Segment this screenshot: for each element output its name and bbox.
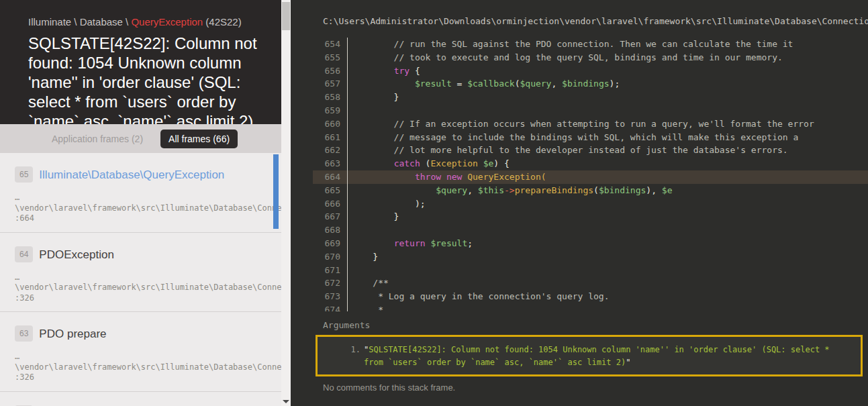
code-line: 663 catch (Exception $e) {: [313, 157, 868, 170]
code-token: (: [420, 158, 431, 168]
frame-title: PDO prepare: [39, 327, 106, 340]
code-token: // run the SQL against the PDO connectio…: [352, 39, 793, 49]
code-token: // message to include the bindings with …: [352, 132, 798, 142]
code-token: ->: [504, 185, 515, 195]
scrollbar-thumb[interactable]: [282, 2, 290, 30]
frame-head: 65Illuminate\Database\QueryException: [15, 166, 272, 183]
line-number: 669: [313, 237, 348, 250]
code-token: // If an exception occurs when attemptin…: [352, 119, 814, 129]
code-line: 662 // lot more helpful to the developer…: [313, 144, 868, 157]
code-token: );: [610, 79, 620, 89]
code-token: $query: [436, 185, 467, 195]
line-number: 664: [313, 170, 348, 184]
code-token: $e: [483, 158, 494, 168]
code-token: throw: [415, 172, 441, 182]
argument-token: SQLSTATE[42S22]: Column not found: 1054 …: [364, 345, 834, 367]
code-line: 660 // If an exception occurs when attem…: [313, 117, 868, 131]
exception-code: (42S22): [205, 16, 241, 28]
exception-breadcrumb: Illuminate \ Database \ QueryException (…: [28, 16, 261, 28]
code-token: {: [409, 66, 420, 76]
path-text: \vendor\laravel\framework\src\Illuminate…: [15, 362, 281, 373]
argument-index: 1.: [347, 344, 360, 369]
code-line: 656 try {: [313, 64, 868, 78]
no-comments-text: No comments for this stack frame.: [323, 383, 868, 393]
code-token: (: [593, 185, 599, 195]
code-token: /**: [352, 278, 389, 288]
frame-file-path: …\vendor\laravel\framework\src\Illuminat…: [15, 272, 272, 304]
line-code: }: [348, 210, 868, 223]
code-token: prepareBindings: [515, 185, 593, 195]
frames-scrollbar[interactable]: [281, 0, 291, 406]
path-text: \vendor\laravel\framework\src\Illuminate…: [15, 283, 281, 293]
line-number: 674: [313, 303, 348, 311]
code-token: * Log a query in the connection's query …: [352, 291, 610, 301]
path-line-number: :664: [15, 213, 272, 224]
tab-application-frames[interactable]: Application frames (2): [44, 130, 151, 148]
stack-frame[interactable]: 65Illuminate\Database\QueryException…\ve…: [0, 153, 281, 233]
line-code: try {: [348, 64, 868, 78]
line-number: 655: [313, 51, 348, 64]
stack-frame[interactable]: 63PDO prepare…\vendor\laravel\framework\…: [0, 312, 281, 392]
code-line: 659: [313, 104, 868, 117]
line-number: 670: [313, 250, 348, 264]
code-token: [352, 185, 436, 195]
active-frame-indicator: [273, 154, 279, 229]
code-token: Exception: [430, 158, 477, 168]
code-line: 673 * Log a query in the connection's qu…: [313, 290, 868, 303]
scrollbar-down-arrow-icon[interactable]: [283, 400, 289, 403]
code-line: 661 // message to include the bindings w…: [313, 131, 868, 144]
line-code: catch (Exception $e) {: [348, 157, 868, 170]
path-line-number: :326: [15, 293, 272, 304]
exception-namespace: Illuminate \ Database \: [28, 16, 128, 28]
line-number: 666: [313, 197, 348, 211]
path-ellipsis: …: [15, 193, 272, 203]
line-code: * Log a query in the connection's query …: [348, 290, 868, 303]
code-token: ) {: [493, 158, 509, 168]
code-view: 654 // run the SQL against the PDO conne…: [313, 38, 868, 311]
line-number: 656: [313, 64, 348, 78]
frame-title: PDOException: [39, 248, 114, 261]
frame-file-path: …\vendor\laravel\framework\src\Illuminat…: [15, 193, 272, 224]
code-token: ;: [467, 238, 473, 248]
frame-number: 65: [15, 166, 33, 183]
stack-frames-panel: Illuminate \ Database \ QueryException (…: [0, 0, 281, 406]
line-code: [348, 223, 868, 237]
line-code: // message to include the bindings with …: [348, 131, 868, 144]
line-number: 657: [313, 77, 348, 91]
code-line: 664 throw new QueryException(: [313, 170, 868, 184]
line-number: 659: [313, 104, 348, 117]
exception-header: Illuminate \ Database \ QueryException (…: [0, 0, 281, 124]
code-token: $e: [662, 185, 673, 195]
code-token: try: [394, 66, 409, 76]
code-token: [352, 158, 394, 168]
code-token: // lot more helpful to the developer ins…: [352, 145, 788, 155]
code-line: 670 }: [313, 250, 868, 264]
code-token: catch: [394, 158, 420, 168]
code-token: [352, 79, 415, 89]
code-line: 668: [313, 223, 868, 237]
line-code: [348, 264, 868, 277]
code-token: [478, 158, 483, 168]
code-line: 667 }: [313, 210, 868, 223]
tab-all-frames[interactable]: All frames (66): [160, 130, 238, 148]
exception-class: QueryException: [131, 16, 203, 28]
code-token: [352, 66, 394, 76]
line-code: $query, $this->prepareBindings($bindings…: [348, 184, 868, 197]
line-number: 660: [313, 117, 348, 131]
code-token: [352, 238, 394, 248]
line-code: // lot more helpful to the developer ins…: [348, 144, 868, 157]
argument-token: ": [626, 358, 630, 367]
code-token: $this: [478, 185, 504, 195]
code-line: 672 /**: [313, 276, 868, 290]
stack-frame[interactable]: 62Illuminate\Database\Connection Illumin…: [0, 392, 281, 406]
code-token: ),: [646, 185, 661, 195]
code-token: new: [446, 172, 462, 182]
line-code: // run the SQL against the PDO connectio…: [348, 38, 868, 51]
frame-file-path: …\vendor\laravel\framework\src\Illuminat…: [15, 352, 272, 383]
line-code: // took to execute and log the query SQL…: [348, 51, 868, 64]
line-code: return $result;: [348, 237, 868, 250]
stack-frame[interactable]: 64PDOException…\vendor\laravel\framework…: [0, 233, 281, 313]
code-token: [352, 172, 415, 182]
line-code: }: [348, 91, 868, 104]
frame-head: 64PDOException: [15, 246, 272, 262]
